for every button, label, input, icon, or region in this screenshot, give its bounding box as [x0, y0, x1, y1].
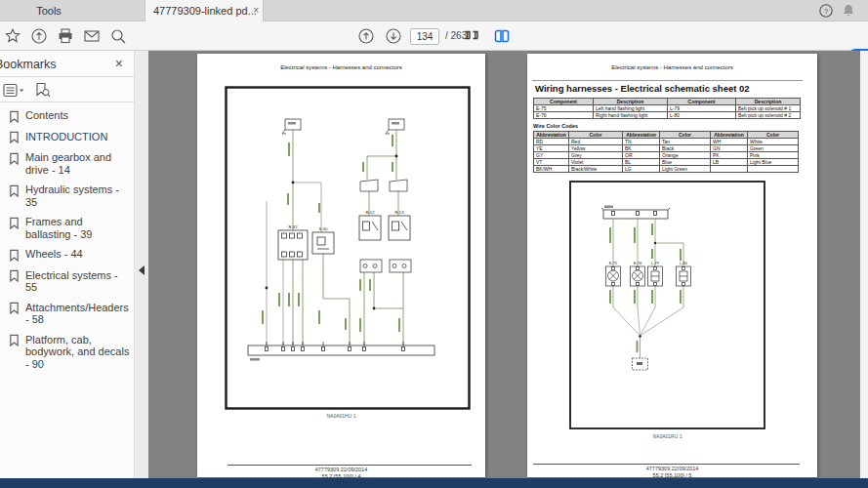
- panel-resize-gutter[interactable]: [134, 51, 148, 478]
- tab-tools[interactable]: Tools: [0, 0, 98, 21]
- table-row: VTVioletBLBlueLBLight Blue: [534, 159, 799, 166]
- expand-current-bookmark-icon[interactable]: [34, 82, 51, 98]
- vertical-scrollbar[interactable]: [860, 51, 868, 478]
- table-cell: Pink: [748, 152, 799, 159]
- page-number-input[interactable]: [410, 28, 439, 45]
- table-cell: Violet: [569, 159, 623, 166]
- table-cell: Green: [748, 145, 799, 152]
- table-cell: PK: [711, 152, 748, 159]
- components-table: ComponentDescriptionComponentDescription…: [533, 98, 801, 119]
- bookmark-icon: [9, 302, 20, 314]
- wires-converge: [613, 307, 683, 336]
- collapse-panel-icon[interactable]: [139, 265, 145, 275]
- table-cell: RD: [534, 139, 569, 145]
- table-cell: Left hand flashing light: [594, 105, 668, 112]
- bookmark-item[interactable]: Main gearbox and drive - 14: [0, 147, 134, 180]
- table-row: BK/WHBlack/WhiteLGLight Green: [534, 166, 799, 173]
- bookmark-item[interactable]: Electrical systems - 55: [0, 265, 134, 298]
- table-cell: GY: [534, 152, 569, 159]
- bookmarks-toolbar: [3, 81, 51, 99]
- drawing-caption: NA0A01RU 1: [569, 433, 765, 439]
- email-icon[interactable]: [83, 27, 101, 45]
- bookmarks-panel: Bookmarks × Contents: [0, 51, 134, 478]
- component-label: E-76: [634, 261, 642, 265]
- table-cell: Light Blue: [748, 159, 799, 166]
- bookmark-label: Attachments/Headers - 58: [25, 302, 130, 326]
- column-header: Component: [534, 99, 594, 105]
- column-header: Description: [736, 99, 801, 105]
- bookmark-label: Hydraulic systems - 35: [25, 183, 130, 208]
- bookmark-item[interactable]: Platform, cab, bodywork, and decals - 90: [0, 330, 134, 375]
- organize-pages-icon[interactable]: [463, 27, 480, 45]
- table-cell: E-75: [534, 105, 594, 112]
- toolbar: / 263: [0, 21, 868, 51]
- column-header: Description: [594, 99, 668, 105]
- table-row: GYGreyOROrangePKPink: [534, 152, 799, 159]
- table-cell: Blue: [660, 159, 711, 166]
- column-header: Component: [668, 99, 736, 105]
- favorites-star-icon[interactable]: [4, 27, 21, 45]
- bookmark-icon: [9, 249, 20, 262]
- table-cell: E-76: [534, 112, 594, 119]
- previous-page-icon[interactable]: [357, 27, 375, 45]
- table-cell: Light Green: [660, 166, 711, 173]
- relay-boxes: [278, 216, 410, 260]
- bookmark-item[interactable]: Contents: [0, 105, 134, 127]
- tab-document[interactable]: 47779309-linked pd... ×: [145, 0, 264, 21]
- column-header: Color: [569, 132, 623, 139]
- zoom-search-icon[interactable]: [109, 27, 127, 45]
- next-page-icon[interactable]: [385, 27, 402, 45]
- bookmarks-close-icon[interactable]: ×: [115, 56, 123, 71]
- pdf-viewer-window: Tools 47779309-linked pd... × ?: [0, 0, 868, 488]
- component-label: E-75: [609, 261, 618, 265]
- print-icon[interactable]: [57, 27, 74, 45]
- table-cell: L-79: [668, 105, 736, 112]
- tab-close-icon[interactable]: ×: [253, 0, 259, 21]
- table-cell: OR: [623, 152, 660, 159]
- bookmark-label: Platform, cab, bodywork, and decals - 90: [25, 334, 130, 371]
- bookmark-label: Wheels - 44: [25, 248, 83, 262]
- table-cell: Black: [660, 145, 711, 152]
- solenoid-symbol-l80: [677, 266, 691, 286]
- column-header: Abbreviation: [534, 132, 569, 139]
- tab-tools-label: Tools: [36, 5, 62, 17]
- help-icon[interactable]: ?: [818, 3, 834, 19]
- wires-green: [293, 130, 403, 346]
- share-upload-icon[interactable]: [30, 27, 48, 45]
- relay-label: R-13: [394, 210, 404, 215]
- column-header: Color: [660, 132, 711, 139]
- bookmark-icon: [9, 110, 20, 123]
- lamp-symbol-e75: [606, 266, 621, 286]
- bookmarks-list: Contents INTRODUCTION Main gearbox and d…: [0, 105, 134, 374]
- bookmark-item[interactable]: INTRODUCTION: [0, 127, 134, 148]
- table-cell: Belt pick up solenoid # 1: [736, 105, 801, 112]
- wires-gray: [267, 183, 321, 346]
- taskbar-strip: [0, 478, 868, 488]
- bookmark-item[interactable]: Attachments/Headers - 58: [0, 298, 134, 330]
- table-cell: [711, 166, 748, 173]
- table-cell: Yellow: [569, 145, 623, 152]
- bookmark-options-icon[interactable]: [3, 83, 24, 98]
- bookmark-icon: [9, 131, 20, 143]
- table-cell: Tan: [660, 139, 711, 145]
- bookmark-label: Electrical systems - 55: [25, 269, 130, 294]
- connector-shells: [360, 180, 411, 272]
- bookmark-label: Frames and ballasting - 39: [25, 216, 130, 240]
- table-cell: TN: [623, 139, 660, 145]
- relay-label: R-32: [288, 224, 298, 229]
- component-label: L-80: [680, 261, 688, 265]
- table-cell: BL: [623, 159, 660, 166]
- column-header: Color: [748, 132, 799, 139]
- table-cell: Grey: [569, 152, 623, 159]
- table-cell: BK: [623, 145, 660, 152]
- bookmark-item[interactable]: Hydraulic systems - 35: [0, 180, 134, 212]
- two-page-view-icon[interactable]: [493, 27, 511, 45]
- solenoid-symbol-l79: [648, 266, 663, 286]
- relay-label: S-50: [319, 226, 329, 231]
- bookmark-icon: [9, 334, 20, 346]
- bookmark-item[interactable]: Frames and ballasting - 39: [0, 212, 134, 244]
- bookmark-label: Contents: [25, 109, 68, 123]
- bell-icon[interactable]: [841, 3, 856, 19]
- divider: [532, 80, 803, 81]
- bookmark-item[interactable]: Wheels - 44: [0, 244, 134, 265]
